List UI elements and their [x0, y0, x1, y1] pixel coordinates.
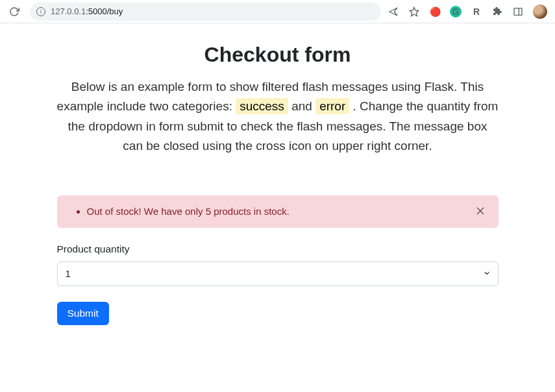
tag-error: error — [315, 98, 349, 114]
page-title: Checkout form — [57, 43, 499, 67]
side-panel-icon[interactable] — [512, 6, 524, 18]
alert-message: Out of stock! We have only 5 products in… — [87, 206, 474, 217]
site-info-icon[interactable]: i — [36, 7, 45, 16]
bookmark-star-icon[interactable] — [408, 6, 420, 18]
extensions-icon[interactable] — [491, 6, 503, 18]
send-icon[interactable] — [388, 6, 399, 18]
svg-rect-1 — [514, 8, 522, 15]
alert-close-button[interactable] — [474, 206, 487, 217]
quantity-select[interactable]: 1 — [57, 262, 499, 286]
lead-text-2: and — [288, 99, 315, 113]
extension-badge-icon[interactable]: 🔴 — [429, 6, 441, 18]
quantity-select-wrap: 1 — [57, 262, 499, 286]
page-lead: Below is an example form to show filtere… — [57, 77, 499, 156]
browser-toolbar: i 127.0.0.1:5000/buy 🔴 G R — [0, 0, 555, 23]
reload-icon[interactable] — [9, 6, 19, 17]
tag-success: success — [236, 98, 288, 114]
flash-alert-error: Out of stock! We have only 5 products in… — [57, 195, 499, 228]
profile-avatar[interactable] — [533, 5, 547, 19]
submit-button[interactable]: Submit — [57, 302, 109, 325]
rakuten-icon[interactable]: R — [471, 6, 482, 18]
page-container: Checkout form Below is an example form t… — [44, 23, 512, 338]
address-bar[interactable]: i 127.0.0.1:5000/buy — [30, 3, 381, 21]
grammarly-icon[interactable]: G — [450, 6, 462, 18]
toolbar-right: 🔴 G R — [388, 5, 550, 19]
alert-list: Out of stock! We have only 5 products in… — [69, 206, 474, 217]
svg-marker-0 — [410, 7, 418, 16]
close-icon — [475, 208, 486, 218]
url-text: 127.0.0.1:5000/buy — [51, 6, 123, 16]
quantity-label: Product quantity — [57, 243, 499, 255]
